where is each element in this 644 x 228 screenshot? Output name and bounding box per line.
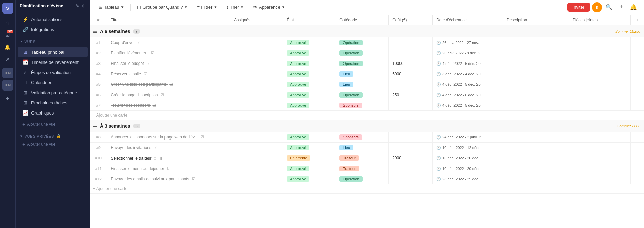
view-tableau-button[interactable]: ⊞ Tableau ▼ <box>95 3 128 12</box>
sidebar-item-calendrier[interactable]: □ Calendrier <box>18 77 88 87</box>
row-description[interactable] <box>503 100 569 111</box>
row-cost[interactable] <box>389 174 433 184</box>
add-card-row-3-semaines[interactable]: + Ajouter une carte <box>90 184 644 194</box>
row-state[interactable]: Approuvé <box>283 48 336 58</box>
row-description[interactable] <box>503 90 569 100</box>
row-state[interactable]: Approuvé <box>283 79 336 90</box>
notifications-icon[interactable]: 🔔 <box>2 42 13 53</box>
row-title[interactable]: Créer une liste des participants ☑ <box>107 79 230 90</box>
table-row[interactable]: #10 Sélectionner le traiteur □ ⏸ En atte… <box>90 153 644 163</box>
row-description[interactable] <box>503 69 569 79</box>
row-files[interactable] <box>569 163 630 174</box>
add-button[interactable]: + <box>616 2 626 12</box>
group-menu-6-semaines[interactable]: ⋮ <box>143 28 149 34</box>
appearance-button[interactable]: 👁 Apparence ▼ <box>249 3 289 12</box>
row-title[interactable]: Créer la page d'inscription ☑ <box>107 90 230 100</box>
row-date[interactable]: 🕐3 déc. 2022 - 4 déc. 20 <box>433 69 503 79</box>
row-assignees[interactable] <box>230 153 283 163</box>
row-category[interactable]: Opération <box>336 174 389 184</box>
row-title[interactable]: Annoncer les sponsors sur la page web de… <box>107 132 230 143</box>
row-description[interactable] <box>503 153 569 163</box>
row-assignees[interactable] <box>230 100 283 111</box>
add-card-row-6-semaines[interactable]: + Ajouter une carte <box>90 111 644 120</box>
row-date[interactable]: 🕐26 nov. 2022 - 9 déc. 2 <box>433 48 503 58</box>
row-state[interactable]: Approuvé <box>283 69 336 79</box>
sidebar-item-automatisations[interactable]: ⚡ Automatisations <box>18 14 88 24</box>
row-title[interactable]: Coup d'envoi ☑ <box>107 37 230 48</box>
team1-icon[interactable]: TEM <box>2 68 13 78</box>
row-cost[interactable] <box>389 100 433 111</box>
row-date[interactable]: 🕐4 déc. 2022 - 5 déc. 20 <box>433 58 503 69</box>
table-row[interactable]: #4 Réserver la salle ☑ Approuvé Lieu 600… <box>90 69 644 79</box>
row-assignees[interactable] <box>230 69 283 79</box>
row-cost[interactable] <box>389 79 433 90</box>
row-files[interactable] <box>569 143 630 153</box>
row-cost[interactable]: 6000 <box>389 69 433 79</box>
row-date[interactable]: 🕐4 déc. 2022 - 5 déc. 20 <box>433 100 503 111</box>
row-title[interactable]: Finaliser le budget ☑ <box>107 58 230 69</box>
sort-button[interactable]: ↕ Trier ▼ <box>223 3 247 12</box>
row-files[interactable] <box>569 132 630 143</box>
group-menu-3-semaines[interactable]: ⋮ <box>143 123 149 129</box>
table-row[interactable]: #2 Planifier l'évènement ☑ Approuvé Opér… <box>90 48 644 58</box>
table-row[interactable]: #11 Finaliser le menu du déjeuner ☑ Appr… <box>90 163 644 174</box>
row-state[interactable]: Approuvé <box>283 174 336 184</box>
row-assignees[interactable] <box>230 143 283 153</box>
search-button[interactable]: 🔍 <box>604 2 614 12</box>
row-state[interactable]: Approuvé <box>283 90 336 100</box>
row-category[interactable]: Opération <box>336 58 389 69</box>
add-column-button[interactable]: + <box>630 15 644 25</box>
row-files[interactable] <box>569 79 630 90</box>
team2-icon[interactable]: TEM <box>2 80 13 91</box>
row-cost[interactable] <box>389 48 433 58</box>
row-assignees[interactable] <box>230 90 283 100</box>
home-icon[interactable]: ⌂ <box>2 18 13 28</box>
row-cost[interactable] <box>389 132 433 143</box>
row-state[interactable]: Approuvé <box>283 100 336 111</box>
table-row[interactable]: #6 Créer la page d'inscription ☑ Approuv… <box>90 90 644 100</box>
row-date[interactable]: 🕐4 déc. 2022 - 6 déc. 20 <box>433 90 503 100</box>
row-description[interactable] <box>503 58 569 69</box>
edit-title-icon[interactable]: ✎ <box>75 3 79 8</box>
row-date[interactable]: 🕐24 déc. 2022 - 2 janv. 2 <box>433 132 503 143</box>
row-category[interactable]: Lieu <box>336 79 389 90</box>
row-state[interactable]: Approuvé <box>283 58 336 69</box>
tasks-icon[interactable]: ☑ 37 <box>2 30 13 41</box>
logo-icon[interactable]: S <box>2 3 13 14</box>
row-files[interactable] <box>569 37 630 48</box>
row-title[interactable]: Réserver la salle ☑ <box>107 69 230 79</box>
row-files[interactable] <box>569 174 630 184</box>
sidebar-item-graphiques[interactable]: 📈 Graphiques <box>18 108 88 118</box>
invite-button[interactable]: Inviter <box>567 3 590 12</box>
row-title[interactable]: Finaliser le menu du déjeuner ☑ <box>107 163 230 174</box>
row-description[interactable] <box>503 79 569 90</box>
row-state[interactable]: Approuvé <box>283 37 336 48</box>
row-assignees[interactable] <box>230 48 283 58</box>
row-category[interactable]: Traiteur <box>336 163 389 174</box>
row-date[interactable]: 🕐10 déc. 2022 - 12 déc. <box>433 143 503 153</box>
row-state[interactable]: Approuvé <box>283 132 336 143</box>
row-date[interactable]: 🕐23 déc. 2022 - 25 déc. <box>433 174 503 184</box>
sidebar-item-tableau-principal[interactable]: ⊞ Tableau principal <box>18 47 88 57</box>
collapse-private-views-icon[interactable]: ▾ <box>20 134 23 138</box>
table-row[interactable]: #3 Finaliser le budget ☑ Approuvé Opérat… <box>90 58 644 69</box>
add-private-view-button[interactable]: + Ajouter une vue <box>18 140 88 149</box>
sidebar-item-etapes-validation[interactable]: ✓ Étapes de validation <box>18 67 88 77</box>
row-state[interactable]: Approuvé <box>283 163 336 174</box>
row-date[interactable]: 🕐10 déc. 2022 - 20 déc. <box>433 163 503 174</box>
row-category[interactable]: Lieu <box>336 143 389 153</box>
share-icon[interactable]: ↗ <box>2 54 13 65</box>
sidebar-item-validation-categorie[interactable]: ⊞ Validation par catégorie <box>18 87 88 98</box>
collapse-views-icon[interactable]: ▾ <box>20 39 23 44</box>
row-cost[interactable]: 10000 <box>389 58 433 69</box>
row-assignees[interactable] <box>230 37 283 48</box>
group-toggle-3-semaines[interactable]: ▬ <box>93 124 97 128</box>
add-workspace-icon[interactable]: + <box>2 93 13 104</box>
row-description[interactable] <box>503 37 569 48</box>
row-category[interactable]: Opération <box>336 48 389 58</box>
row-files[interactable] <box>569 69 630 79</box>
row-category[interactable]: Opération <box>336 37 389 48</box>
row-title[interactable]: Trouver des sponsors ☑ <box>107 100 230 111</box>
row-assignees[interactable] <box>230 132 283 143</box>
row-description[interactable] <box>503 143 569 153</box>
